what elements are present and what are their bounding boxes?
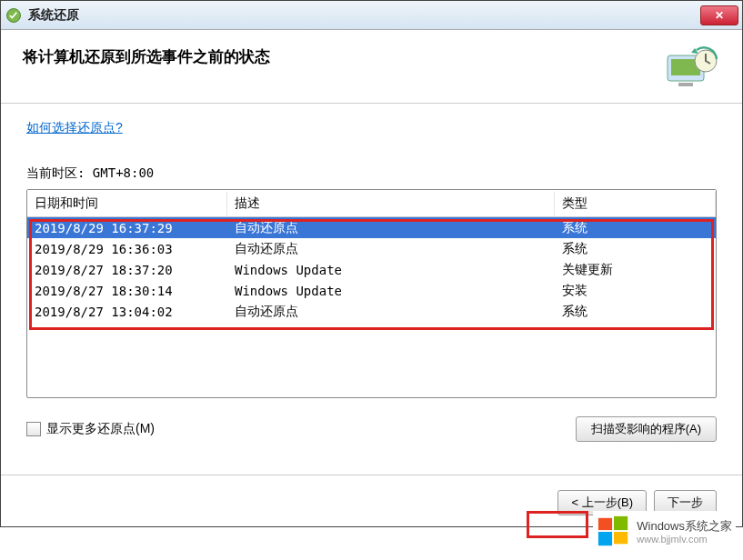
window-title: 系统还原 — [28, 7, 700, 24]
svg-rect-8 — [598, 532, 612, 545]
column-header-type[interactable]: 类型 — [555, 192, 716, 215]
cell-date: 2019/8/29 16:37:29 — [27, 220, 227, 236]
watermark-url: www.bjjmlv.com — [637, 534, 732, 545]
cell-type: 系统 — [555, 303, 716, 321]
windows-logo-icon — [597, 515, 631, 549]
svg-rect-6 — [598, 518, 612, 530]
column-header-date[interactable]: 日期和时间 — [27, 192, 227, 215]
cell-desc: 自动还原点 — [227, 219, 555, 237]
cell-date: 2019/8/27 18:30:14 — [27, 283, 227, 299]
svg-rect-9 — [614, 532, 628, 544]
cell-type: 关键更新 — [555, 261, 716, 279]
table-row[interactable]: 2019/8/27 18:30:14Windows Update安装 — [27, 280, 716, 301]
checkbox-icon — [26, 422, 41, 436]
restore-icon — [5, 6, 23, 25]
show-more-label: 显示更多还原点(M) — [46, 421, 155, 437]
help-link[interactable]: 如何选择还原点? — [26, 120, 123, 136]
table-row[interactable]: 2019/8/29 16:36:03自动还原点系统 — [27, 238, 716, 259]
table-header: 日期和时间 描述 类型 — [27, 190, 716, 217]
cell-type: 安装 — [555, 282, 716, 300]
timezone-label: 当前时区: GMT+8:00 — [26, 165, 717, 182]
table-row[interactable]: 2019/8/27 13:04:02自动还原点系统 — [27, 301, 716, 322]
close-button[interactable]: ✕ — [700, 5, 738, 25]
watermark: Windows系统之家 www.bjjmlv.com — [593, 511, 736, 553]
system-restore-window: 系统还原 ✕ 将计算机还原到所选事件之前的状态 如何选择还原点? 当前时区: G… — [0, 0, 743, 527]
cell-date: 2019/8/27 18:37:20 — [27, 262, 227, 278]
table-row[interactable]: 2019/8/29 16:37:29自动还原点系统 — [27, 217, 716, 238]
cell-type: 系统 — [555, 240, 716, 258]
page-title: 将计算机还原到所选事件之前的状态 — [23, 46, 662, 67]
svg-rect-3 — [678, 83, 693, 86]
cell-date: 2019/8/29 16:36:03 — [27, 241, 227, 257]
restore-monitor-icon — [662, 46, 720, 92]
cell-type: 系统 — [555, 219, 716, 237]
titlebar: 系统还原 ✕ — [1, 1, 742, 30]
cell-desc: Windows Update — [227, 262, 555, 278]
table-body: 2019/8/29 16:37:29自动还原点系统2019/8/29 16:36… — [27, 217, 716, 322]
watermark-brand: Windows系统之家 — [637, 519, 732, 535]
svg-rect-7 — [614, 516, 628, 530]
below-table-row: 显示更多还原点(M) 扫描受影响的程序(A) — [26, 415, 717, 444]
show-more-checkbox[interactable]: 显示更多还原点(M) — [26, 421, 155, 437]
close-icon: ✕ — [715, 9, 724, 22]
cell-desc: 自动还原点 — [227, 303, 555, 321]
cell-date: 2019/8/27 13:04:02 — [27, 304, 227, 320]
table-row[interactable]: 2019/8/27 18:37:20Windows Update关键更新 — [27, 259, 716, 280]
header-area: 将计算机还原到所选事件之前的状态 — [1, 30, 742, 103]
cell-desc: 自动还原点 — [227, 240, 555, 258]
content-area: 如何选择还原点? 当前时区: GMT+8:00 日期和时间 描述 类型 2019… — [1, 104, 742, 456]
scan-affected-button[interactable]: 扫描受影响的程序(A) — [576, 416, 717, 442]
cell-desc: Windows Update — [227, 283, 555, 299]
column-header-desc[interactable]: 描述 — [227, 192, 555, 215]
restore-points-table: 日期和时间 描述 类型 2019/8/29 16:37:29自动还原点系统201… — [26, 189, 717, 398]
